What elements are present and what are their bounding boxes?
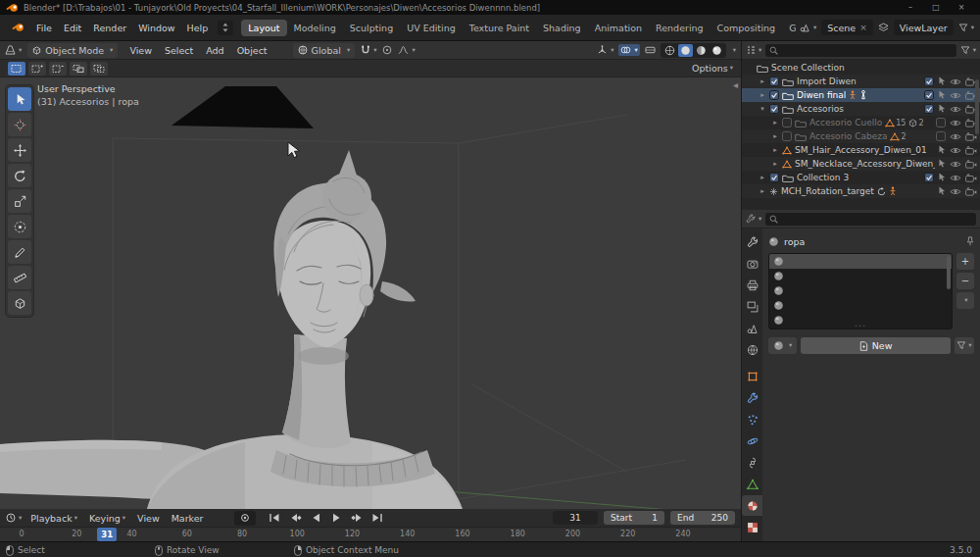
exclude-checkbox[interactable] <box>936 131 946 141</box>
viewport-canvas[interactable]: User Perspective (31) Accesorios | ropa … <box>0 77 741 509</box>
select-mode-new[interactable] <box>8 62 25 76</box>
menu-window[interactable]: Window <box>132 21 180 35</box>
viewport-menu-object[interactable]: Object <box>231 43 273 58</box>
expand-arrow-icon[interactable]: ▸ <box>759 77 766 85</box>
tool-cursor[interactable] <box>8 113 31 136</box>
new-material-button[interactable]: New <box>801 337 951 354</box>
list-resize-grip[interactable]: ••• <box>855 323 866 329</box>
properties-tab-particles[interactable] <box>742 409 762 430</box>
properties-tab-texture[interactable] <box>742 517 762 537</box>
exclude-checkbox[interactable] <box>924 90 934 100</box>
sidebar-collapse-icon[interactable]: ◂ <box>733 79 738 90</box>
workspace-tab-shading[interactable]: Shading <box>536 20 588 36</box>
eye-toggle[interactable] <box>950 91 961 100</box>
play-reverse-button[interactable] <box>307 511 325 526</box>
prev-keyframe-button[interactable] <box>286 511 305 526</box>
view-layer-selector[interactable]: ViewLayer <box>894 20 954 35</box>
workspace-tab-sculpting[interactable]: Sculpting <box>343 20 400 36</box>
outliner-row[interactable]: ▸MCH_Rotation_target <box>742 184 980 198</box>
cursor-toggle[interactable] <box>938 145 946 155</box>
proportional-falloff-icon[interactable]: ▾ <box>398 45 415 55</box>
timeline-menu-keying[interactable]: Keying▾ <box>83 511 131 526</box>
minimize-button[interactable]: – <box>898 3 923 12</box>
workspace-tab-layout[interactable]: Layout <box>241 20 286 36</box>
tool-annotate[interactable] <box>8 240 31 264</box>
workspace-tab-texture-paint[interactable]: Texture Paint <box>463 20 536 36</box>
scene-unlink-icon[interactable]: × <box>859 23 867 32</box>
tool-transform[interactable] <box>8 215 31 238</box>
maximize-button[interactable]: □ <box>923 3 949 12</box>
mode-dropdown[interactable]: Object Mode▾ <box>27 43 118 58</box>
outliner-row[interactable]: ▸SM_Necklace_Accessory_Diwen_0 <box>742 157 980 171</box>
next-keyframe-button[interactable] <box>348 511 367 526</box>
browse-scene-icon[interactable]: ▾ <box>800 23 816 32</box>
expand-arrow-icon[interactable]: ▸ <box>771 132 779 140</box>
shading-wireframe-icon[interactable] <box>662 44 677 57</box>
cursor-toggle[interactable] <box>938 76 946 86</box>
timeline-menu-view[interactable]: View <box>131 511 166 526</box>
menu-edit[interactable]: Edit <box>58 21 87 35</box>
playhead[interactable]: 31 <box>97 528 117 541</box>
play-button[interactable] <box>327 511 346 526</box>
frame-end-field[interactable]: End250 <box>670 511 735 525</box>
expand-arrow-icon[interactable]: ▸ <box>759 174 766 181</box>
material-slots-list[interactable]: ••• <box>768 253 953 329</box>
cursor-toggle[interactable] <box>938 90 946 100</box>
outliner-editor-type-icon[interactable]: ▾ <box>746 45 761 55</box>
properties-tab-constraints[interactable] <box>742 452 762 473</box>
tool-rotate[interactable] <box>8 164 31 187</box>
properties-tab-output[interactable] <box>742 275 762 295</box>
exclude-checkbox[interactable] <box>924 173 934 182</box>
material-slot[interactable] <box>769 283 952 298</box>
jump-to-start-button[interactable] <box>266 511 284 526</box>
tool-measure[interactable] <box>8 266 31 289</box>
shading-material-icon[interactable] <box>694 44 709 57</box>
properties-tab-render[interactable] <box>742 253 762 274</box>
editor-type-icon[interactable]: ▾ <box>5 45 22 55</box>
timeline-editor-type-icon[interactable]: ▾ <box>6 513 22 523</box>
jump-to-end-button[interactable] <box>368 511 387 526</box>
properties-tab-scene[interactable] <box>742 318 762 338</box>
properties-search-input[interactable] <box>765 213 976 226</box>
workspace-tab-rendering[interactable]: Rendering <box>649 20 710 36</box>
collection-checkbox[interactable] <box>782 131 792 141</box>
shading-rendered-icon[interactable] <box>710 44 724 57</box>
outliner-row[interactable]: ▸Collection 3 <box>742 171 980 184</box>
tool-select-box[interactable] <box>8 87 31 111</box>
camera-toggle[interactable] <box>965 174 977 182</box>
tool-move[interactable] <box>8 138 31 162</box>
outliner-row[interactable]: ▸Diwen final <box>742 88 980 102</box>
material-slot[interactable] <box>769 298 952 313</box>
properties-tab-world[interactable] <box>742 339 762 360</box>
auto-keying-button[interactable] <box>234 511 256 526</box>
select-mode-intersect[interactable] <box>90 62 108 76</box>
exclude-checkbox[interactable] <box>924 76 934 86</box>
outliner-row[interactable]: ▸Accesorio Cabeza2 <box>742 129 980 143</box>
close-button[interactable]: × <box>949 3 974 12</box>
pin-icon[interactable] <box>966 236 974 246</box>
exclude-checkbox[interactable] <box>936 118 946 127</box>
options-dropdown[interactable]: Options▾ <box>692 63 733 74</box>
workspace-tab-animation[interactable]: Animation <box>588 20 649 36</box>
menu-help[interactable]: Help <box>181 21 215 35</box>
properties-tab-object[interactable] <box>742 366 762 386</box>
outliner-filter-icon[interactable]: ▾ <box>960 46 976 55</box>
remove-slot-button[interactable]: − <box>956 273 974 289</box>
outliner-row[interactable]: ▸Import Diwen <box>742 75 980 88</box>
camera-toggle[interactable] <box>965 187 977 196</box>
collection-checkbox[interactable] <box>769 173 779 182</box>
outliner-row[interactable]: Scene Collection <box>742 61 980 75</box>
expand-arrow-icon[interactable]: ▾ <box>759 105 766 113</box>
expand-arrow-icon[interactable]: ▸ <box>771 146 779 154</box>
tool-add-cube[interactable] <box>8 291 31 315</box>
select-mode-extend[interactable] <box>28 62 46 76</box>
collection-checkbox[interactable] <box>782 118 792 127</box>
timeline-ruler[interactable]: 31 020406080100120140160180200220240 <box>0 528 741 541</box>
cursor-toggle[interactable] <box>938 159 946 169</box>
snap-magnet-icon[interactable]: ▾ <box>361 45 376 55</box>
eye-toggle[interactable] <box>950 119 961 127</box>
material-slot[interactable] <box>769 254 952 269</box>
add-slot-button[interactable]: + <box>956 253 974 270</box>
eye-toggle[interactable] <box>950 160 961 169</box>
proportional-editing-icon[interactable] <box>382 45 392 55</box>
